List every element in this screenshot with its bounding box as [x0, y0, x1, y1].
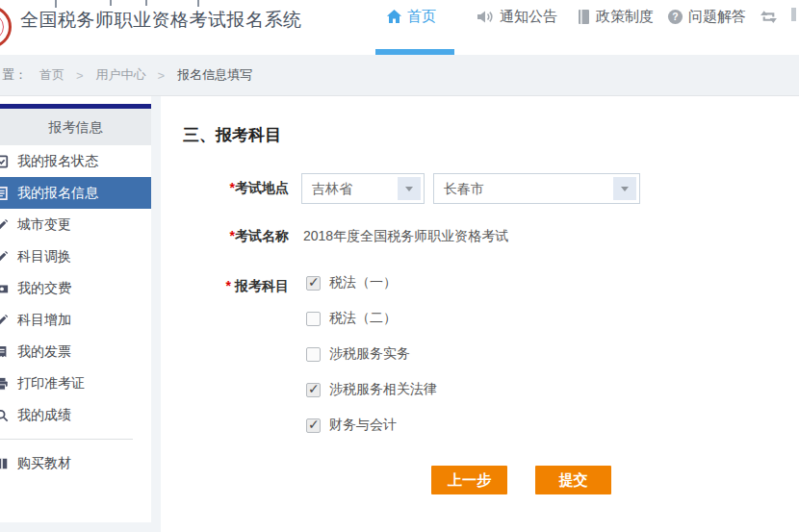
edit-icon	[0, 250, 9, 264]
subject-row-tax-service-practice[interactable]: 涉税服务实务	[306, 346, 437, 362]
nav-item-home[interactable]: 首页	[386, 5, 436, 28]
subject-row-tax-law-2[interactable]: 税法（二）	[306, 311, 437, 326]
edit-icon	[0, 218, 9, 232]
sidebar-divider	[0, 439, 133, 440]
exam-name-row: *考试名称 2018年度全国税务师职业资格考试	[183, 229, 508, 244]
sidebar-item-my-invoice[interactable]: 我的发票	[0, 336, 151, 367]
app-title: 全国税务师职业资格考试报名系统	[20, 8, 302, 33]
page: 全国税务师职业资格考试报名系统 首页 通知公告 政策制度 ? 问题解答	[0, 0, 799, 532]
exam-name-value: 2018年度全国税务师职业资格考试	[303, 228, 508, 245]
invoice-icon	[0, 345, 9, 359]
subject-label: 税法（二）	[329, 310, 397, 327]
submit-button[interactable]: 提交	[535, 466, 611, 494]
chevron-down-icon	[405, 187, 413, 191]
subject-row-tax-law-1[interactable]: 税法（一）	[306, 275, 437, 291]
status-icon	[0, 155, 9, 168]
info-doc-icon	[0, 187, 9, 200]
sidebar-item-label: 我的发票	[17, 343, 71, 361]
dropdown-arrow-button[interactable]	[398, 177, 421, 200]
exam-name-label: *考试名称	[183, 228, 289, 245]
exam-location-row: *考试地点 吉林省 长春市	[183, 173, 640, 204]
exam-location-label: *考试地点	[183, 180, 289, 197]
nav-item-notices[interactable]: 通知公告	[477, 5, 557, 28]
sidebar-item-city-change[interactable]: 城市变更	[0, 209, 151, 241]
sidebar-item-buy-textbooks[interactable]: 购买教材	[0, 447, 151, 479]
checkbox-tax-service-law[interactable]	[306, 383, 321, 397]
city-select[interactable]: 长春市	[433, 173, 640, 204]
main-content: 三、报考科目 *考试地点 吉林省 长春市 *考试名称 2018年度全国税务师职业…	[161, 96, 799, 532]
sidebar-item-label: 城市变更	[17, 216, 71, 234]
subjects-label: *报考科目	[183, 278, 289, 295]
home-icon	[386, 9, 402, 25]
sidebar-item-subject-add[interactable]: 科目增加	[0, 304, 151, 336]
city-select-value: 长春市	[434, 174, 639, 203]
subject-list: 税法（一） 税法（二） 涉税服务实务 涉税服务相关法律 财务与会计	[306, 275, 437, 453]
printer-icon	[0, 377, 9, 391]
subject-label: 财务与会计	[329, 417, 397, 434]
subject-label: 涉税服务相关法律	[329, 381, 437, 398]
sidebar-item-label: 我的报名状态	[17, 153, 98, 170]
breadcrumb-separator: >	[76, 68, 84, 83]
question-icon: ?	[667, 9, 683, 25]
sidebar-item-label: 我的交费	[17, 280, 71, 297]
search-icon	[0, 409, 9, 422]
nav-label: 政策制度	[596, 8, 654, 26]
sidebar-item-my-payment[interactable]: 我的交费	[0, 272, 151, 304]
province-select[interactable]: 吉林省	[301, 173, 425, 204]
sidebar-item-my-registration-info[interactable]: 我的报名信息	[0, 177, 151, 209]
speaker-icon	[477, 9, 495, 25]
sidebar-item-label: 打印准考证	[17, 375, 85, 393]
breadcrumb-home[interactable]: 首页	[39, 66, 64, 84]
required-mark: *	[226, 278, 231, 293]
sidebar-item-subject-swap[interactable]: 科目调换	[0, 241, 151, 272]
layout-gutter-bottom	[0, 522, 161, 532]
sidebar-item-label: 科目增加	[17, 312, 71, 329]
sidebar-item-label: 购买教材	[17, 455, 71, 472]
sidebar-header: 报考信息	[0, 109, 151, 145]
sidebar-item-my-scores[interactable]: 我的成绩	[0, 399, 151, 431]
book-icon	[0, 457, 9, 470]
breadcrumb-separator: >	[158, 68, 166, 83]
nav-label: 通知公告	[500, 8, 557, 26]
breadcrumb: 置： 首页 > 用户中心 > 报名信息填写	[0, 55, 799, 96]
svg-text:?: ?	[672, 12, 678, 22]
nav-item-switch[interactable]	[760, 5, 783, 28]
nav-label: 首页	[407, 8, 436, 26]
sidebar: 报考信息 我的报名状态 我的报名信息 城市变更	[0, 104, 151, 522]
section-heading: 三、报考科目	[183, 124, 281, 146]
sidebar-item-label: 我的报名信息	[17, 185, 98, 202]
subjects-row: *报考科目	[183, 279, 289, 294]
sidebar-item-label: 科目调换	[17, 248, 71, 266]
checkbox-tax-law-2[interactable]	[306, 312, 321, 326]
breadcrumb-prefix: 置：	[2, 66, 27, 84]
header: 全国税务师职业资格考试报名系统 首页 通知公告 政策制度 ? 问题解答	[0, 0, 799, 55]
switch-icon	[760, 9, 778, 25]
subject-row-tax-service-law[interactable]: 涉税服务相关法律	[306, 382, 437, 397]
cropped-nav-text	[791, 8, 796, 21]
previous-step-button[interactable]: 上一步	[431, 466, 507, 494]
dropdown-arrow-button[interactable]	[613, 177, 636, 200]
edit-icon	[0, 314, 9, 327]
checkbox-finance-accounting[interactable]	[306, 418, 321, 433]
sidebar-item-print-admission[interactable]: 打印准考证	[0, 367, 151, 399]
nav-item-policies[interactable]: 政策制度	[576, 5, 654, 28]
sidebar-item-label: 我的成绩	[17, 407, 71, 424]
checkbox-tax-law-1[interactable]	[306, 276, 321, 291]
nav-item-faq[interactable]: ? 问题解答	[667, 5, 746, 28]
payment-icon	[0, 282, 9, 295]
subject-label: 涉税服务实务	[329, 345, 410, 363]
breadcrumb-user-center[interactable]: 用户中心	[96, 66, 146, 84]
sidebar-item-my-status[interactable]: 我的报名状态	[0, 145, 151, 177]
subject-label: 税法（一）	[329, 274, 397, 291]
subject-row-finance-accounting[interactable]: 财务与会计	[306, 418, 437, 433]
document-icon	[576, 9, 591, 25]
chevron-down-icon	[621, 187, 629, 191]
checkbox-tax-service-practice[interactable]	[306, 347, 321, 362]
breadcrumb-current: 报名信息填写	[177, 66, 252, 84]
nav-label: 问题解答	[688, 8, 746, 26]
layout-gutter	[151, 96, 161, 532]
